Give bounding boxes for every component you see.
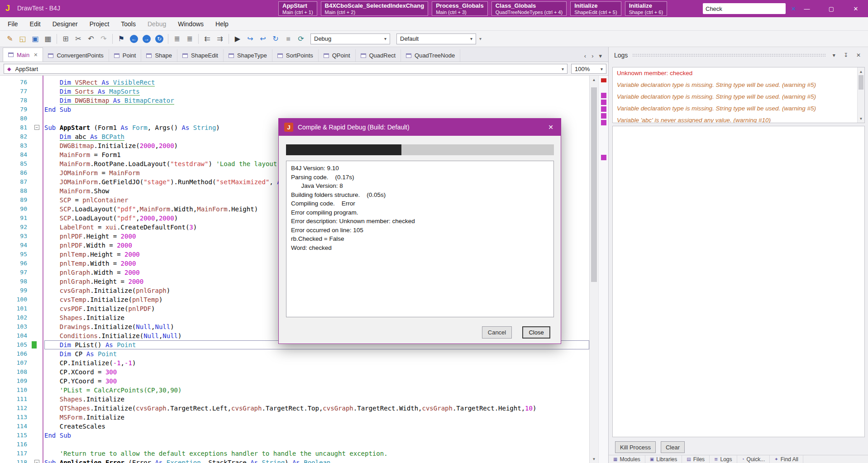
code-line-116[interactable]: 116 [0, 440, 589, 449]
sub-navigation-select[interactable]: ◆ AppStart ▾ [4, 64, 568, 74]
comment-lines-icon[interactable]: ≣ [171, 33, 183, 45]
kill-process-button[interactable]: Kill Process [615, 441, 656, 453]
build-mode-select[interactable]: Debug ▾ [310, 33, 390, 44]
module-tab-main[interactable]: Main✕ [3, 48, 43, 62]
tab-list-dropdown-icon[interactable]: ▾ [599, 53, 602, 59]
minimize-button[interactable]: — [795, 0, 819, 17]
open-project-icon[interactable]: ◱ [16, 33, 29, 45]
close-button[interactable]: ✕ [844, 0, 868, 17]
logs-scrollbar[interactable]: ▲ ▼ [857, 67, 864, 123]
resume-icon[interactable]: ↻ [269, 33, 282, 45]
dialog-close-icon[interactable]: ✕ [546, 123, 555, 132]
code-line-78[interactable]: 78 Dim DWGBitmap As BitmapCreator [0, 96, 589, 105]
quick-tab-6[interactable]: InitializeShape (ctrl + 6) [625, 1, 668, 16]
menu-tools[interactable]: Tools [115, 17, 142, 31]
code-line-114[interactable]: 114 CreateScales [0, 422, 589, 431]
dock-tab-modules[interactable]: ▦Modules [609, 455, 645, 463]
step-over-icon[interactable]: ↪ [244, 33, 257, 45]
quick-tab-3[interactable]: Process_GlobalsMain (ctrl + 3) [432, 1, 488, 16]
new-file-icon[interactable]: ✎ [4, 33, 16, 45]
menu-edit[interactable]: Edit [24, 17, 47, 31]
dock-tab-files[interactable]: ▤Files [682, 455, 710, 463]
menu-project[interactable]: Project [84, 17, 115, 31]
log-entry-warning[interactable]: Variable declaration type is missing. St… [613, 79, 864, 91]
save-icon[interactable]: ▣ [29, 33, 42, 45]
module-tab-sortpoints[interactable]: SortPoints [272, 49, 319, 62]
scrollbar-thumb[interactable] [858, 75, 863, 90]
uncomment-lines-icon[interactable]: ≣ [183, 33, 196, 45]
quick-tab-4[interactable]: Class_GlobalsQuadTreeNodeTypes (ctrl + 4… [491, 1, 567, 16]
log-entry-error[interactable]: Unknown member: checked [613, 67, 864, 79]
code-line-117[interactable]: 117 'Return true to allow the default ex… [0, 449, 589, 458]
bookmark-icon[interactable]: ⚑ [115, 33, 128, 45]
outdent-icon[interactable]: ⇇ [201, 33, 214, 45]
zoom-select[interactable]: 100% ▾ [571, 64, 606, 74]
code-line-107[interactable]: 107 CP.Initialize(-1,-1) [0, 358, 589, 368]
dock-tab-quick[interactable]: ◔Quick... [737, 455, 770, 463]
run-icon[interactable]: ▶ [231, 33, 244, 45]
scroll-tabs-right-icon[interactable]: › [591, 53, 593, 59]
scroll-down-icon[interactable]: ▼ [858, 115, 864, 123]
code-line-115[interactable]: 115End Sub [0, 431, 589, 440]
log-output-area[interactable] [612, 126, 865, 437]
editor-vertical-scrollbar[interactable]: ▲ ▼ [589, 76, 598, 463]
close-tab-icon[interactable]: ✕ [33, 52, 38, 58]
menu-windows[interactable]: Windows [172, 17, 210, 31]
menu-designer[interactable]: Designer [47, 17, 84, 31]
log-entry-warning[interactable]: Variable 'abc' is never assigned any val… [613, 115, 864, 123]
step-into-icon[interactable]: ↩ [257, 33, 269, 45]
code-line-110[interactable]: 110 'PList = CalcArcPoints(CP,30,90) [0, 386, 589, 395]
module-tab-quadrect[interactable]: QuadRect [356, 49, 401, 62]
fold-collapse-icon[interactable]: − [34, 125, 39, 130]
code-line-112[interactable]: 112 QTShapes.Initialize(cvsGraph.TargetR… [0, 404, 589, 413]
panel-grip[interactable] [632, 53, 826, 57]
module-tab-quadtreenode[interactable]: QuadTreeNode [401, 49, 460, 62]
rebuild-icon[interactable]: ⟳ [295, 33, 307, 45]
indent-icon[interactable]: ⇉ [214, 33, 226, 45]
code-line-113[interactable]: 113 MSForm.Initialize [0, 413, 589, 422]
code-line-77[interactable]: 77 Dim Sorts As MapSorts [0, 87, 589, 96]
pin-icon[interactable]: ↧ [842, 51, 850, 59]
panel-close-icon[interactable]: ✕ [854, 51, 863, 59]
compiler-messages-list[interactable]: Unknown member: checkedVariable declarat… [612, 67, 865, 123]
code-line-109[interactable]: 109 CP.YCoord = 300 [0, 377, 589, 386]
code-line-76[interactable]: 76 Dim VSRect As VisibleRect [0, 78, 589, 87]
redo-icon[interactable]: ↷ [97, 33, 110, 45]
code-line-118[interactable]: 118−Sub Application_Error (Error As Exce… [0, 458, 589, 463]
code-line-106[interactable]: 106 Dim CP As Point [0, 349, 589, 358]
copy-icon[interactable]: ⊞ [59, 33, 72, 45]
module-tab-shapetype[interactable]: ShapeType [224, 49, 272, 62]
scroll-down-icon[interactable]: ▼ [590, 455, 598, 463]
last-edit-position-icon[interactable]: ↻ [153, 33, 166, 45]
cut-icon[interactable]: ✂ [72, 33, 85, 45]
quick-tab-1[interactable]: AppStartMain (ctrl + 1) [278, 1, 317, 16]
navigate-back-icon[interactable]: ← [128, 33, 140, 45]
menu-help[interactable]: Help [210, 17, 234, 31]
maximize-button[interactable]: ▢ [819, 0, 844, 17]
dock-tab-logs[interactable]: ≣Logs [710, 455, 737, 463]
cancel-button[interactable]: Cancel [482, 326, 512, 339]
close-dialog-button[interactable]: Close [522, 326, 550, 339]
menu-file[interactable]: File [2, 17, 24, 31]
scroll-tabs-left-icon[interactable]: ‹ [584, 53, 586, 59]
log-entry-warning[interactable]: Variable declaration type is missing. St… [613, 103, 864, 115]
module-tab-qpoint[interactable]: QPoint [319, 49, 356, 62]
clear-logs-button[interactable]: Clear [661, 441, 685, 453]
fold-collapse-icon[interactable]: − [34, 460, 39, 463]
scroll-up-icon[interactable]: ▲ [590, 76, 598, 84]
scrollbar-thumb[interactable] [591, 87, 597, 282]
build-configuration-select[interactable]: Default ▾ [396, 33, 476, 44]
module-tab-shapeedit[interactable]: ShapeEdit [177, 49, 224, 62]
code-line-111[interactable]: 111 Shapes.Initialize [0, 395, 589, 404]
toolbar-overflow-icon[interactable]: ▾ [479, 36, 482, 41]
navigate-forward-icon[interactable]: → [140, 33, 153, 45]
dock-tab-findall[interactable]: ✦Find All [770, 455, 803, 463]
dock-tab-libraries[interactable]: ▣Libraries [645, 455, 682, 463]
quick-tab-5[interactable]: InitializeShapeEdit (ctrl + 5) [570, 1, 621, 16]
quick-tab-2[interactable]: B4XCboScale_SelectedIndexChangMain (ctrl… [321, 1, 429, 16]
module-tab-shape[interactable]: Shape [141, 49, 177, 62]
undo-icon[interactable]: ↶ [85, 33, 97, 45]
module-tab-point[interactable]: Point [109, 49, 142, 62]
panel-menu-icon[interactable]: ▾ [831, 51, 837, 59]
stop-icon[interactable]: ■ [282, 33, 295, 45]
